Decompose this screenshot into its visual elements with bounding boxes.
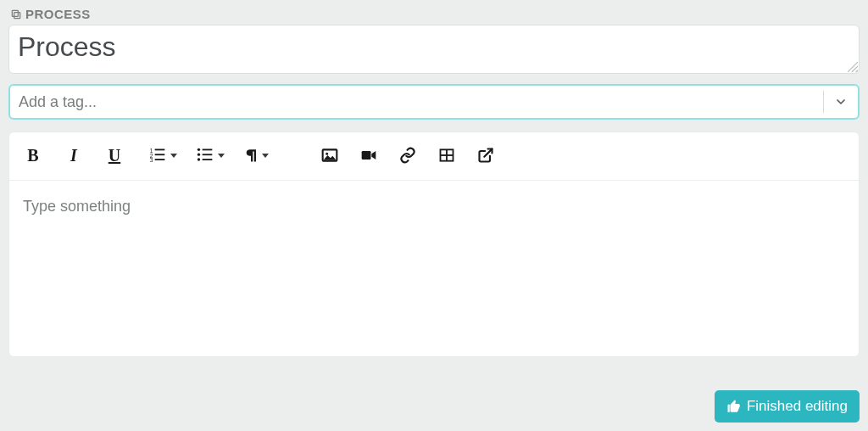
svg-point-15 xyxy=(326,153,328,155)
svg-rect-13 xyxy=(203,159,213,160)
image-icon xyxy=(320,147,339,164)
editor-body[interactable]: Type something xyxy=(9,181,859,333)
paragraph-icon xyxy=(243,147,259,164)
section-label: PROCESS xyxy=(10,7,860,21)
svg-rect-3 xyxy=(155,149,165,151)
finished-editing-label: Finished editing xyxy=(747,398,848,415)
video-icon xyxy=(359,147,378,164)
svg-line-20 xyxy=(484,149,492,157)
editor-placeholder: Type something xyxy=(23,198,131,215)
svg-rect-16 xyxy=(362,151,371,160)
italic-button[interactable]: I xyxy=(60,143,87,168)
caret-down-icon xyxy=(170,154,177,158)
rich-text-editor: B I U 123 xyxy=(8,132,860,357)
table-icon xyxy=(437,147,456,164)
section-label-text: PROCESS xyxy=(25,7,91,21)
ordered-list-dropdown[interactable]: 123 xyxy=(143,143,181,168)
underline-button[interactable]: U xyxy=(101,143,128,168)
title-wrap xyxy=(8,25,860,74)
caret-down-icon xyxy=(218,154,225,158)
svg-rect-9 xyxy=(203,149,213,151)
svg-rect-11 xyxy=(203,154,213,155)
paragraph-dropdown[interactable] xyxy=(238,143,272,168)
tag-dropdown-toggle[interactable] xyxy=(829,90,853,114)
caret-down-icon xyxy=(262,154,269,158)
link-icon xyxy=(398,147,417,164)
insert-video-button[interactable] xyxy=(355,143,382,168)
insert-link-button[interactable] xyxy=(394,143,421,168)
editor-toolbar: B I U 123 xyxy=(9,132,859,181)
divider xyxy=(823,91,824,113)
chevron-down-icon xyxy=(834,95,848,109)
unordered-list-dropdown[interactable] xyxy=(191,143,228,168)
svg-point-8 xyxy=(198,148,200,151)
bold-button[interactable]: B xyxy=(19,143,47,168)
tag-input-container[interactable] xyxy=(8,84,860,120)
svg-rect-0 xyxy=(14,12,20,18)
unordered-list-icon xyxy=(196,147,214,164)
ordered-list-icon: 123 xyxy=(148,147,167,164)
external-link-icon xyxy=(477,147,494,164)
copy-icon xyxy=(10,8,22,20)
svg-rect-7 xyxy=(155,159,165,160)
external-link-button[interactable] xyxy=(472,143,499,168)
svg-point-10 xyxy=(198,154,200,156)
title-input[interactable] xyxy=(8,25,860,74)
svg-rect-5 xyxy=(155,154,165,155)
tag-input[interactable] xyxy=(19,86,818,118)
finished-editing-button[interactable]: Finished editing xyxy=(715,390,860,423)
insert-image-button[interactable] xyxy=(316,143,343,168)
thumbs-up-icon xyxy=(726,399,742,414)
svg-point-12 xyxy=(198,158,200,160)
svg-text:3: 3 xyxy=(150,157,153,163)
insert-table-button[interactable] xyxy=(433,143,460,168)
svg-rect-1 xyxy=(12,10,18,16)
